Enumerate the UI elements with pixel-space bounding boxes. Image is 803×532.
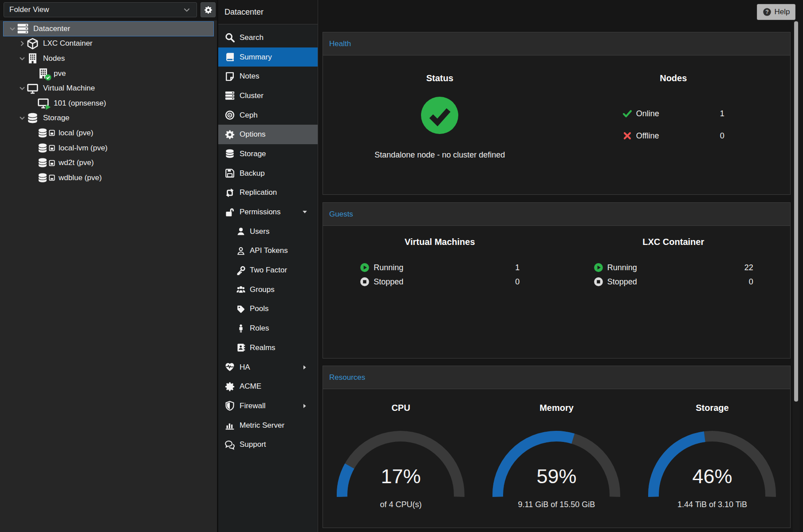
menu-item-label: API Tokens: [250, 246, 288, 255]
disk-usage-icon: [49, 158, 55, 168]
disk-usage-icon: [49, 128, 55, 138]
menu-item-realms[interactable]: Realms: [218, 338, 318, 358]
gauge-percent: 46%: [647, 464, 777, 489]
comments-icon: [224, 440, 236, 450]
cube-icon: [27, 38, 39, 50]
tree-item-101-opnsense[interactable]: 101 (opnsense): [3, 96, 214, 111]
tree-item-wd2t-pve[interactable]: wd2t (pve): [3, 155, 214, 170]
menu-item-options[interactable]: Options: [218, 125, 318, 144]
menu-item-storage[interactable]: Storage: [218, 144, 318, 164]
tree-item-label: 101 (opnsense): [54, 99, 106, 108]
chevron-down-icon[interactable]: [18, 114, 27, 122]
tree-item-label: Storage: [43, 114, 70, 122]
scrollbar-thumb[interactable]: [794, 21, 798, 402]
gauge-heading: Storage: [634, 403, 790, 413]
menu-item-ceph[interactable]: Ceph: [218, 106, 318, 125]
resource-gauge-cpu: CPU17%of 4 CPU(s): [323, 389, 479, 528]
gauge-detail: 9.11 GiB of 15.50 GiB: [479, 500, 634, 509]
check-icon: [622, 109, 632, 118]
guests-panel-title: Guests: [323, 203, 790, 226]
shield-icon: [224, 401, 236, 411]
menu-item-notes[interactable]: Notes: [218, 67, 318, 86]
play-circle-icon: [594, 263, 603, 272]
tree-item-local-pve[interactable]: local (pve): [3, 126, 214, 141]
menu-item-label: Backup: [240, 169, 265, 178]
svg-text:?: ?: [765, 9, 768, 15]
menu-item-acme[interactable]: ACME: [218, 377, 318, 396]
menu-item-replication[interactable]: Replication: [218, 183, 318, 203]
tree-item-storage[interactable]: Storage: [3, 111, 214, 126]
gauge-arc: 46%: [647, 430, 777, 504]
status-label: Stopped: [374, 277, 403, 287]
menu-item-cluster[interactable]: Cluster: [218, 86, 318, 106]
tree-item-nodes[interactable]: Nodes: [3, 51, 214, 66]
menu-item-metric-server[interactable]: Metric Server: [218, 416, 318, 435]
tree-item-lxc-container[interactable]: LXC Container: [3, 36, 214, 51]
menu-item-label: Support: [240, 440, 266, 449]
disk-usage-icon: [49, 173, 55, 182]
health-panel-title: Health: [323, 32, 790, 55]
menu-item-label: Cluster: [240, 91, 264, 100]
status-label: Stopped: [607, 277, 637, 287]
menu-item-groups[interactable]: Groups: [218, 280, 318, 299]
menu-item-users[interactable]: Users: [218, 222, 318, 241]
menu-item-firewall[interactable]: Firewall: [218, 396, 318, 416]
tree-item-virtual-machine[interactable]: Virtual Machine: [3, 81, 214, 96]
menu-item-label: Metric Server: [240, 421, 284, 430]
menu-item-backup[interactable]: Backup: [218, 164, 318, 183]
help-button[interactable]: ? Help: [757, 4, 795, 20]
menu-item-permissions[interactable]: Permissions: [218, 202, 318, 222]
menu-item-summary[interactable]: Summary: [218, 47, 318, 67]
seal-icon: [224, 382, 236, 392]
menu-item-search[interactable]: Search: [218, 28, 318, 47]
gauge-heading: CPU: [323, 403, 479, 413]
play-badge-icon: [45, 104, 51, 110]
heartbeat-icon: [224, 362, 236, 372]
guests-column-lxc-container: LXC ContainerRunning22Stopped0: [557, 226, 791, 358]
tree-settings-button[interactable]: [201, 2, 216, 17]
tree-item-pve[interactable]: pve: [3, 66, 214, 81]
nodes-heading: Nodes: [557, 73, 791, 83]
status-value: 1: [515, 263, 520, 272]
view-selector[interactable]: Folder View: [4, 2, 197, 17]
menu-item-label: Storage: [240, 150, 266, 158]
tree-item-label: Virtual Machine: [43, 84, 95, 93]
menu-item-two-factor[interactable]: Two Factor: [218, 260, 318, 280]
menu-item-label: Ceph: [240, 111, 258, 120]
menu-item-api-tokens[interactable]: API Tokens: [218, 241, 318, 261]
chevron-right-icon[interactable]: [18, 39, 27, 48]
gauge-arc: 59%: [492, 430, 621, 504]
search-icon: [224, 32, 236, 43]
gauge-arc: 17%: [336, 430, 465, 504]
menu-item-label: Users: [250, 227, 269, 236]
page-title: Datacenter: [218, 0, 318, 24]
menu-item-pools[interactable]: Pools: [218, 299, 318, 319]
guest-status-row-stopped: Stopped0: [594, 275, 753, 289]
tree-item-wdblue-pve[interactable]: wdblue (pve): [3, 170, 214, 185]
menu-items: SearchSummaryNotesClusterCephOptionsStor…: [218, 28, 318, 454]
status-label: Running: [374, 263, 403, 272]
chevron-down-icon: [182, 5, 191, 14]
gauge-heading: Memory: [479, 403, 634, 413]
address-book-icon: [236, 343, 246, 352]
menu-item-label: Two Factor: [250, 266, 287, 275]
guests-column-virtual-machines: Virtual MachinesRunning1Stopped0: [323, 226, 557, 358]
chevron-down-icon[interactable]: [18, 54, 27, 63]
database-icon: [224, 149, 236, 159]
chevron-down-icon[interactable]: [18, 84, 27, 93]
chevron-down-icon[interactable]: [8, 24, 17, 33]
menu-item-label: Permissions: [240, 208, 281, 217]
menu-item-label: Options: [240, 130, 266, 139]
menu-item-roles[interactable]: Roles: [218, 319, 318, 338]
menu-item-support[interactable]: Support: [218, 435, 318, 454]
tree-item-datacenter[interactable]: Datacenter: [3, 21, 214, 36]
tree-item-label: wd2t (pve): [59, 158, 94, 167]
stop-circle-icon: [360, 277, 370, 287]
desktop-icon: [27, 83, 39, 95]
disk-usage-icon: [49, 143, 55, 153]
resources-panel-title: Resources: [323, 366, 790, 389]
menu-item-ha[interactable]: HA: [218, 358, 318, 377]
status-label: Running: [607, 263, 637, 272]
gauge-detail: of 4 CPU(s): [323, 500, 479, 509]
tree-item-local-lvm-pve[interactable]: local-lvm (pve): [3, 141, 214, 156]
